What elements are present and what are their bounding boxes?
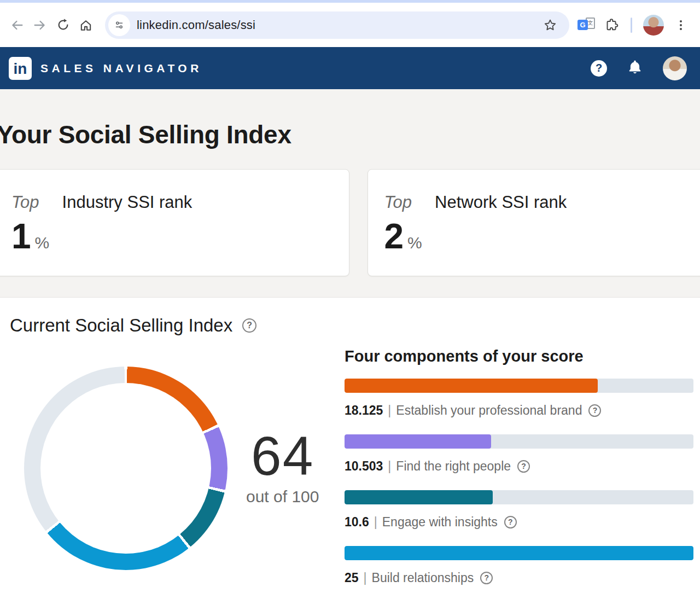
home-icon[interactable] <box>74 14 97 37</box>
component-name: Engage with insights <box>382 514 498 530</box>
component-name: Build relationships <box>372 570 474 585</box>
component-progress-track <box>345 490 693 504</box>
url-bar[interactable]: linkedin.com/sales/ssi <box>105 11 569 39</box>
component-progress-fill <box>345 379 598 393</box>
component-name: Establish your professional brand <box>396 403 582 418</box>
toolbar-divider <box>631 18 632 33</box>
rank-value: 2 <box>384 219 404 254</box>
ssi-chart-column: Current Social Selling Index ? 64 out of… <box>10 315 345 602</box>
current-ssi-section: Current Social Selling Index ? 64 out of… <box>0 297 700 616</box>
bookmark-star-icon[interactable] <box>539 14 562 37</box>
separator: | <box>374 514 377 530</box>
browser-chrome: linkedin.com/sales/ssi 文 G <box>0 0 700 47</box>
notifications-bell-icon[interactable] <box>627 59 643 78</box>
sales-navigator-header: in SALES NAVIGATOR ? <box>0 47 700 89</box>
back-icon[interactable] <box>5 14 28 37</box>
hero: Your Social Selling Index Top Industry S… <box>0 89 700 276</box>
section-title: Current Social Selling Index ? <box>10 315 345 336</box>
browser-toolbar: linkedin.com/sales/ssi 文 G <box>0 3 700 47</box>
help-icon[interactable]: ? <box>588 404 601 417</box>
rank-unit: % <box>407 234 422 252</box>
brand-title: SALES NAVIGATOR <box>40 62 202 75</box>
component-score: 18.125 <box>345 403 383 418</box>
toolbar-actions: 文 G <box>575 14 692 37</box>
score-value: 64 <box>246 431 319 481</box>
component-score: 25 <box>345 570 359 585</box>
component-find-people: 10.503 | Find the right people ? <box>345 434 693 474</box>
help-icon[interactable]: ? <box>517 460 530 473</box>
score-display: 64 out of 100 <box>246 431 319 506</box>
rank-label: Industry SSI rank <box>62 193 192 212</box>
separator: | <box>364 570 367 585</box>
page-title: Your Social Selling Index <box>0 120 700 149</box>
rank-prefix: Top <box>384 193 412 212</box>
ssi-donut-chart <box>24 367 228 570</box>
browser-menu-icon[interactable] <box>669 14 692 37</box>
help-icon[interactable]: ? <box>480 572 493 584</box>
component-progress-fill <box>345 434 491 449</box>
section-title-text: Current Social Selling Index <box>10 315 232 336</box>
ssi-page: Your Social Selling Index Top Industry S… <box>0 89 700 616</box>
rank-prefix: Top <box>11 193 39 212</box>
separator: | <box>388 458 391 474</box>
help-icon[interactable]: ? <box>504 516 517 528</box>
translate-icon[interactable]: 文 G <box>575 14 598 37</box>
component-progress-fill <box>345 546 693 560</box>
component-score: 10.6 <box>345 514 369 530</box>
components-title: Four components of your score <box>345 347 693 365</box>
extensions-icon[interactable] <box>600 14 623 37</box>
translate-g-glyph: G <box>578 20 588 30</box>
linkedin-logo[interactable]: in <box>9 57 32 80</box>
component-progress-fill <box>345 490 493 504</box>
component-progress-track <box>345 546 693 560</box>
score-components-column: Four components of your score 18.125 | E… <box>345 315 693 602</box>
reload-icon[interactable] <box>51 14 74 37</box>
rank-label: Network SSI rank <box>435 193 567 212</box>
rank-value: 1 <box>11 219 31 254</box>
site-settings-icon[interactable] <box>108 14 130 36</box>
forward-icon[interactable] <box>28 14 51 37</box>
component-build-relationships: 25 | Build relationships ? <box>345 546 693 585</box>
component-engage-insights: 10.6 | Engage with insights ? <box>345 490 693 530</box>
help-icon[interactable]: ? <box>591 60 607 77</box>
component-score: 10.503 <box>345 458 383 474</box>
user-avatar[interactable] <box>663 56 687 80</box>
industry-ssi-rank-card: Top Industry SSI rank 1 % <box>0 169 349 276</box>
component-progress-track <box>345 434 693 449</box>
separator: | <box>388 403 391 418</box>
donut-hole <box>40 383 211 554</box>
url-text[interactable]: linkedin.com/sales/ssi <box>137 18 539 32</box>
component-establish-brand: 18.125 | Establish your professional bra… <box>345 379 693 418</box>
score-caption: out of 100 <box>246 487 319 506</box>
rank-unit: % <box>35 234 50 252</box>
component-progress-track <box>345 379 693 393</box>
browser-profile-avatar[interactable] <box>643 15 664 36</box>
rank-cards: Top Industry SSI rank 1 % Top Network SS… <box>0 169 700 276</box>
component-name: Find the right people <box>396 458 511 474</box>
network-ssi-rank-card: Top Network SSI rank 2 % <box>368 169 700 276</box>
help-icon[interactable]: ? <box>242 318 256 333</box>
